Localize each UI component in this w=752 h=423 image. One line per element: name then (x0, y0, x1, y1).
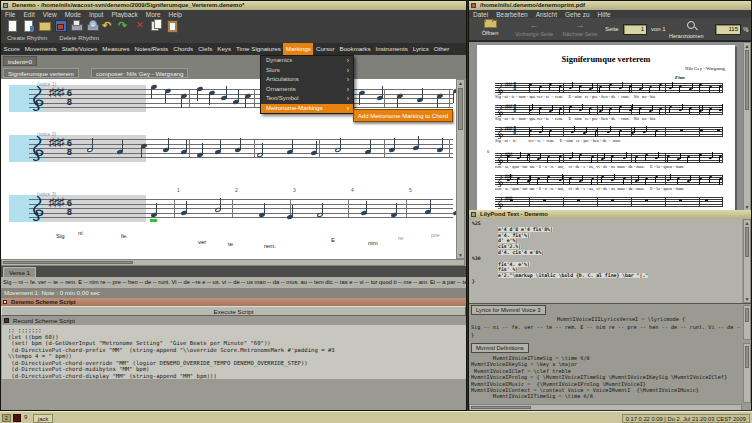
pdf-titlebar[interactable]: /home/nils/.denemo/denemoprint.pdf (469, 1, 751, 10)
verse-lyrics-line[interactable]: Sig -- ni -- fe. ver -- te -- rem. E -- … (1, 277, 466, 288)
command-menu-item[interactable]: Clefs (196, 43, 215, 55)
command-menu-item[interactable]: Markings (283, 43, 313, 55)
menu-item[interactable]: View (39, 11, 61, 18)
command-menu-item[interactable]: Other (431, 43, 451, 55)
previous-page-button[interactable]: ← Vorherige Seite (511, 21, 557, 37)
tray-icon[interactable] (13, 414, 21, 422)
scheme-script-editor[interactable]: ;; ;;;;;;;(let ((bpm 60)) (set! bpm (d-G… (2, 325, 466, 379)
staff-voice-1[interactable]: ♯♯♯68 (29, 89, 453, 108)
rhythm-button[interactable]: Delete Rhythm (53, 35, 105, 41)
lyrics-code-line[interactable]: Sig -- ni -- fe. ver -- te -- rem. E -- … (471, 324, 741, 330)
redo-icon[interactable] (118, 19, 130, 32)
command-menu-item[interactable]: Lyrics (410, 43, 431, 55)
command-menu-item[interactable]: Time Signatures (234, 43, 284, 55)
lyric-syllable[interactable]: ni (78, 230, 83, 236)
zoom-in-icon[interactable] (687, 21, 695, 29)
taskbar-item-jack[interactable]: jack (33, 414, 53, 423)
menu-item[interactable]: Input (85, 11, 107, 18)
menu-item[interactable]: Edit (19, 11, 38, 18)
lilypond-titlebar[interactable]: LilyPond Text - Denemo (469, 210, 751, 219)
scroll-down-icon[interactable]: ▼ (457, 252, 464, 258)
lyrics-code-line[interactable]: MvmntIVoiceIIILyricsVerseI = \lyricmode … (557, 316, 685, 322)
pdf-view-area[interactable]: Signiferumque verterem Nils Gey - Wargsa… (469, 41, 751, 210)
definitions-hscrollbar[interactable] (469, 404, 742, 410)
command-menu-item[interactable]: Notes/Rests (132, 43, 171, 55)
staff-voice-2[interactable]: ♯♯♯68 (29, 139, 453, 158)
lyric-syllable[interactable]: Sig (56, 233, 65, 239)
command-menu-item[interactable]: Movements (22, 43, 59, 55)
command-menu-item[interactable]: Score (1, 43, 22, 55)
lyric-syllable[interactable]: E (331, 237, 335, 243)
staff-voice-3[interactable]: ♯♯♯68 (29, 199, 453, 218)
menu-item[interactable]: Gehe zu (561, 11, 594, 18)
lyric-syllable[interactable]: rem. (264, 243, 276, 249)
scheme-script-titlebar[interactable]: Denemo Scheme Script (1, 298, 466, 306)
command-menu-item[interactable]: Cursor (313, 43, 337, 55)
new-score-icon[interactable] (6, 19, 18, 32)
paste-icon[interactable] (166, 19, 178, 32)
lyric-syllable[interactable]: pre (431, 232, 440, 238)
lyrics-code-line[interactable]: } (471, 332, 474, 338)
menu-item[interactable]: Bearbeiten (492, 11, 531, 18)
add-metronome-marking-menu-item[interactable]: Add Metronome Marking to Chord (353, 109, 453, 122)
execute-script-button[interactable]: Execute Script (1, 306, 466, 316)
menu-item[interactable]: Datei (469, 11, 492, 18)
score-canvas[interactable]: ♯♯♯68 ♯♯♯68 ♯♯♯68 (voice 1)(voice 2)(voi… (1, 79, 456, 259)
rhythm-button[interactable]: Create Rhythm (1, 35, 53, 41)
lyric-syllable[interactable]: re (398, 235, 403, 241)
scroll-up-icon[interactable]: ▲ (457, 80, 464, 86)
command-menu-item[interactable]: Measures (100, 43, 132, 55)
workspace-pager[interactable]: 2 (2, 414, 11, 422)
menu-item[interactable]: Mode (61, 11, 85, 18)
score-title-button[interactable]: Signiferumque verterem (3, 68, 79, 78)
verse-tab[interactable]: Verse 1 (3, 267, 36, 277)
denemo-titlebar[interactable]: Denemo - /home/nils/wacost-svn/denemo/20… (1, 1, 466, 10)
menu-item[interactable]: Playback (107, 11, 141, 18)
command-menu-item[interactable]: Staffs/Voices (59, 43, 100, 55)
scroll-thumb[interactable] (745, 227, 749, 257)
definitions-vscrollbar[interactable] (743, 343, 751, 403)
zoom-value-input[interactable]: 115 (715, 24, 741, 35)
scroll-thumb[interactable] (458, 88, 463, 130)
markings-menu-item[interactable]: Text/Symbol (261, 94, 353, 104)
indent-button[interactable]: indent=0 (3, 56, 37, 66)
scroll-thumb[interactable] (745, 50, 749, 110)
undo-icon[interactable] (102, 19, 114, 32)
scroll-down-icon[interactable]: ▼ (744, 296, 750, 302)
record-checkbox[interactable] (4, 318, 9, 323)
open-icon[interactable] (22, 19, 34, 32)
open-folder-icon[interactable] (38, 19, 50, 32)
lyrics-voice-tab[interactable]: Lyrics for MvmntI Voice 3 (471, 305, 546, 315)
page-number-input[interactable]: 1 (623, 24, 647, 35)
scroll-thumb[interactable] (745, 346, 749, 368)
markings-menu-item[interactable]: Ornaments (261, 85, 353, 95)
lyric-syllable[interactable]: ver (198, 239, 206, 245)
lyrics-vscrollbar[interactable] (743, 305, 751, 340)
markings-menu-item[interactable]: Slurs (261, 66, 353, 76)
lilypond-vscrollbar[interactable]: ▲ ▼ (743, 219, 751, 303)
markings-menu-item[interactable]: Articulations (261, 75, 353, 85)
print-preview-icon[interactable] (86, 19, 98, 32)
menu-item[interactable]: Help (165, 11, 186, 18)
menu-item[interactable]: Hilfe (594, 11, 615, 18)
scroll-up-icon[interactable]: ▲ (744, 220, 750, 226)
composer-button[interactable]: composer: Nils Gey - Wargsang (91, 68, 188, 78)
markings-menu-item[interactable]: Metronome-Markings (261, 104, 353, 114)
save-icon[interactable] (54, 19, 66, 32)
scroll-thumb[interactable] (3, 261, 133, 264)
lilypond-text-view[interactable]: %25e'4 d'8 e'4 fis'8%|e'4. fis'%|d' e'%|… (469, 219, 742, 303)
note[interactable] (453, 210, 456, 216)
chevron-down-icon[interactable]: ⌄ (744, 26, 750, 34)
command-menu-item[interactable]: Instruments (373, 43, 410, 55)
lyric-syllable[interactable]: fe. (121, 233, 128, 239)
menu-item[interactable]: Ansicht (532, 11, 561, 18)
lyric-syllable[interactable]: nim (368, 240, 378, 246)
menu-item[interactable]: More (142, 11, 165, 18)
definitions-text-view[interactable]: MvmntIVoiceITimeSig = \time 6/8MvmntIVoi… (471, 355, 741, 405)
score-hscrollbar[interactable] (1, 259, 465, 266)
lyric-syllable[interactable]: te (228, 241, 233, 247)
markings-menu-item[interactable]: Dynamics (261, 56, 353, 66)
command-menu-item[interactable]: Keys (215, 43, 234, 55)
print-icon[interactable] (70, 19, 82, 32)
cut-icon[interactable] (134, 19, 146, 32)
